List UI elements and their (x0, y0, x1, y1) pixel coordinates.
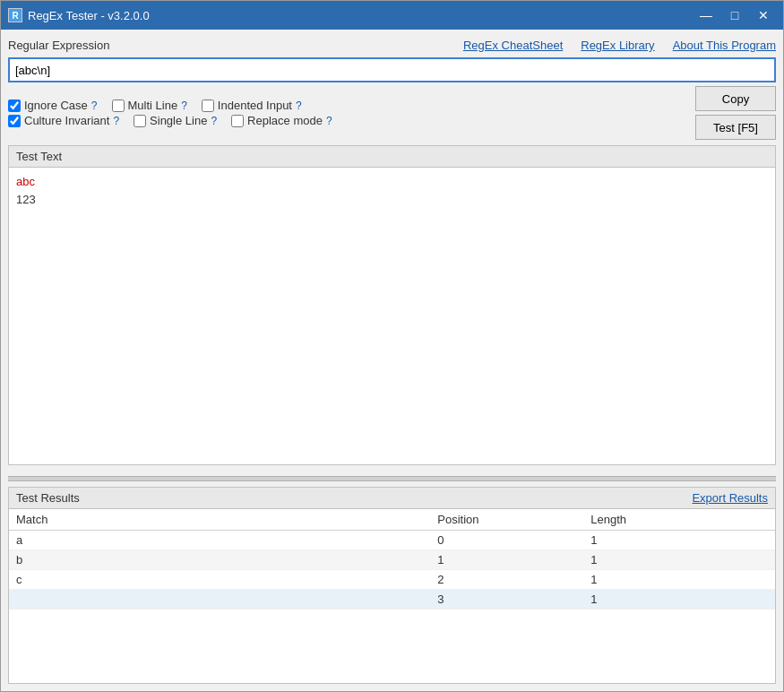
app-icon: R (8, 8, 22, 22)
culture-invariant-help[interactable]: ? (113, 115, 119, 127)
results-table-container: Match Position Length a 0 1 b 1 1 c 2 (9, 509, 775, 683)
cheatsheet-link[interactable]: RegEx CheatSheet (463, 39, 563, 52)
single-line-option: Single Line ? (134, 114, 217, 127)
indented-input-option: Indented Input ? (202, 99, 302, 112)
about-link[interactable]: About This Program (673, 39, 776, 52)
menu-links: RegEx CheatSheet RegEx Library About Thi… (463, 39, 776, 52)
replace-mode-option: Replace mode ? (231, 114, 332, 127)
culture-invariant-checkbox[interactable] (8, 115, 21, 127)
menu-bar: Regular Expression RegEx CheatSheet RegE… (8, 37, 776, 54)
window-title: RegEx Tester - v3.2.0.0 (28, 9, 150, 22)
close-button[interactable]: ✕ (751, 5, 776, 25)
cell-extra (699, 590, 776, 610)
panel-divider[interactable] (8, 476, 776, 481)
table-row: b 1 1 (9, 550, 775, 570)
ignore-case-checkbox[interactable] (8, 99, 21, 112)
ignore-case-label: Ignore Case (24, 99, 88, 112)
export-results-link[interactable]: Export Results (692, 491, 768, 505)
cell-position: 2 (430, 570, 583, 590)
col-header-position: Position (430, 509, 583, 531)
test-text-header: Test Text (9, 146, 775, 168)
title-bar-left: R RegEx Tester - v3.2.0.0 (8, 8, 150, 22)
cell-position: 1 (430, 550, 583, 570)
cell-length: 1 (583, 590, 698, 610)
cell-position: 3 (430, 590, 583, 610)
cell-length: 1 (583, 550, 698, 570)
results-table-header-row: Match Position Length (9, 509, 775, 531)
title-controls: — □ ✕ (694, 5, 776, 25)
indented-input-help[interactable]: ? (296, 99, 302, 112)
results-table: Match Position Length a 0 1 b 1 1 c 2 (9, 509, 775, 610)
main-window: R RegEx Tester - v3.2.0.0 — □ ✕ Regular … (0, 0, 784, 692)
options-line-2: Culture Invariant ? Single Line ? Replac… (8, 114, 688, 127)
library-link[interactable]: RegEx Library (581, 39, 654, 52)
cell-length: 1 (583, 570, 698, 590)
replace-mode-checkbox[interactable] (231, 115, 244, 127)
multi-line-help[interactable]: ? (181, 99, 187, 112)
test-text-line2: 123 (16, 191, 768, 209)
normal-text: 123 (16, 193, 36, 206)
col-header-length: Length (583, 509, 698, 531)
results-section: Test Results Export Results Match Positi… (8, 487, 776, 684)
single-line-help[interactable]: ? (211, 115, 217, 127)
regex-input[interactable] (8, 57, 776, 82)
indented-input-checkbox[interactable] (202, 99, 214, 112)
cell-extra (699, 550, 776, 570)
replace-mode-label: Replace mode (247, 114, 323, 127)
test-text-content[interactable]: abc 123 (9, 168, 775, 464)
test-text-line1: abc (16, 173, 768, 191)
results-title: Test Results (16, 491, 80, 505)
indented-input-label: Indented Input (218, 99, 292, 112)
table-row: 3 1 (9, 590, 775, 610)
table-row: c 2 1 (9, 570, 775, 590)
cell-extra (699, 531, 776, 550)
minimize-button[interactable]: — (694, 5, 719, 25)
replace-mode-help[interactable]: ? (326, 115, 332, 127)
multi-line-checkbox[interactable] (112, 99, 125, 112)
options-row: Ignore Case ? Multi Line ? Indented Inpu… (8, 86, 776, 140)
test-button[interactable]: Test [F5] (695, 115, 776, 140)
regex-label: Regular Expression (8, 39, 109, 52)
cell-position: 0 (430, 531, 583, 550)
cell-length: 1 (583, 531, 698, 550)
culture-invariant-label: Culture Invariant (24, 114, 109, 127)
maximize-button[interactable]: □ (722, 5, 747, 25)
ignore-case-option: Ignore Case ? (8, 99, 98, 112)
multi-line-label: Multi Line (128, 99, 178, 112)
cell-match (9, 590, 430, 610)
options-line-1: Ignore Case ? Multi Line ? Indented Inpu… (8, 99, 688, 112)
test-text-panel: Test Text abc 123 (8, 145, 776, 465)
cell-match: b (9, 550, 430, 570)
title-bar: R RegEx Tester - v3.2.0.0 — □ ✕ (1, 1, 783, 30)
cell-match: a (9, 531, 430, 550)
copy-button[interactable]: Copy (695, 86, 776, 111)
col-header-extra (699, 509, 776, 531)
ignore-case-help[interactable]: ? (91, 99, 98, 112)
single-line-checkbox[interactable] (134, 115, 146, 127)
cell-match: c (9, 570, 430, 590)
culture-invariant-option: Culture Invariant ? (8, 114, 119, 127)
options-left: Ignore Case ? Multi Line ? Indented Inpu… (8, 99, 688, 127)
col-header-match: Match (9, 509, 430, 531)
single-line-label: Single Line (150, 114, 207, 127)
cell-extra (699, 570, 776, 590)
match-text: abc (16, 175, 35, 188)
main-content: Regular Expression RegEx CheatSheet RegE… (1, 30, 783, 691)
results-header: Test Results Export Results (9, 488, 775, 509)
buttons-area: Copy Test [F5] (695, 86, 776, 140)
top-section: Regular Expression RegEx CheatSheet RegE… (8, 37, 776, 140)
multi-line-option: Multi Line ? (112, 99, 187, 112)
table-row: a 0 1 (9, 531, 775, 550)
